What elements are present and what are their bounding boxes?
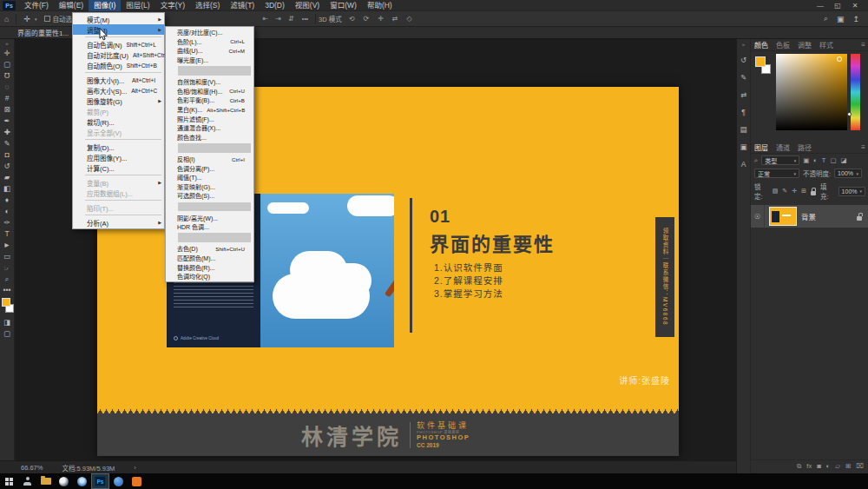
search-icon[interactable]: ⌕ [824, 14, 828, 23]
tool-button[interactable]: ▢ [0, 59, 15, 70]
menu-item[interactable] [178, 143, 251, 153]
menu-item[interactable]: 亮度/对比度(C)... [166, 28, 253, 37]
mode-icon[interactable]: ◇ [407, 15, 412, 23]
more-options-icon[interactable]: ••• [298, 16, 312, 22]
foreground-color-swatch[interactable] [755, 56, 766, 67]
menu-item[interactable]: 应用数据组(L)... [73, 188, 164, 198]
layer-search-icon[interactable]: ⌕ [754, 156, 758, 165]
taskbar-video-app-icon[interactable] [128, 473, 146, 489]
menu-item[interactable]: 曲线(U)... Ctrl+M [166, 46, 253, 56]
screen-mode-button[interactable]: ▢ [0, 328, 15, 340]
panel-tab[interactable]: 样式 [819, 40, 833, 50]
menu-title[interactable]: 文字(Y) [155, 0, 190, 11]
menu-item[interactable] [85, 36, 161, 37]
lock-all-icon[interactable] [811, 188, 817, 195]
tool-button[interactable]: ℧ [0, 70, 15, 82]
panel-tab[interactable]: 通道 [776, 142, 790, 152]
menu-item[interactable] [178, 202, 251, 212]
panel-tab[interactable]: 调整 [798, 40, 812, 50]
taskbar-browser-icon[interactable] [55, 473, 73, 489]
layer-row-background[interactable]: ☉ 背景 [751, 205, 868, 228]
layer-filter-icon[interactable]: ▢ [830, 156, 836, 164]
menu-item[interactable]: 裁剪(P) [73, 106, 164, 116]
menu-item[interactable] [85, 215, 161, 215]
tool-button[interactable]: ••• [0, 285, 15, 296]
menu-item[interactable]: 颜色查找... [166, 133, 253, 142]
menu-item[interactable]: 阈值(T)... [166, 173, 253, 182]
panel-icon[interactable]: ✎ [740, 69, 746, 87]
layers-footer-icon[interactable]: ⊞ [845, 462, 851, 470]
menu-item[interactable]: 色调分离(P)... [166, 163, 253, 173]
menu-item[interactable]: 自动对比度(U) Alt+Shift+Ctrl+L [73, 50, 164, 60]
home-icon[interactable]: ⌂ [0, 15, 13, 23]
hue-slider[interactable] [851, 54, 860, 130]
tool-button[interactable]: ▭ [0, 251, 15, 262]
menu-item[interactable]: 复制(D)... [73, 142, 164, 152]
menu-item[interactable]: 显示全部(V) [73, 127, 164, 137]
menu-item[interactable]: 调整(J) ▶ [73, 24, 164, 35]
layers-footer-icon[interactable]: fx [806, 462, 812, 470]
menu-item[interactable]: 变量(B) ▶ [73, 177, 164, 188]
tool-button[interactable]: ► [0, 240, 15, 251]
layers-footer-icon[interactable]: ⧉ [797, 462, 801, 471]
menu-title[interactable]: 窗口(W) [325, 0, 362, 11]
taskbar-photoshop-icon[interactable]: Ps [91, 473, 109, 489]
menu-item[interactable]: 自动颜色(O) Shift+Ctrl+B [73, 60, 164, 70]
menu-title[interactable]: 滤镜(T) [225, 0, 260, 11]
layer-filter-dropdown[interactable]: 类型 ▾ [761, 155, 799, 165]
taskbar-qq-browser-icon[interactable] [73, 473, 91, 489]
tool-button[interactable]: ◧ [0, 183, 15, 195]
close-button[interactable]: ✕ [849, 2, 861, 10]
menu-item[interactable] [178, 233, 251, 242]
menu-item[interactable]: 裁切(R)... [73, 116, 164, 127]
tool-button[interactable]: ◘ [0, 149, 15, 161]
lock-option-icon[interactable]: ▨ [773, 188, 779, 195]
menu-title[interactable]: 帮助(H) [362, 0, 398, 11]
menu-item[interactable]: 分析(A) ▶ [73, 217, 164, 228]
tool-button[interactable]: ↺ [0, 161, 15, 172]
menu-item[interactable]: 色阶(L)... Ctrl+L [166, 37, 253, 47]
menu-title[interactable]: 选择(S) [190, 0, 225, 11]
menu-item[interactable]: 陷印(T)... [73, 202, 164, 213]
panel-tab[interactable]: 路径 [798, 142, 812, 152]
saturation-brightness-field[interactable] [776, 54, 847, 130]
tool-button[interactable]: ☞ [0, 262, 15, 274]
align-icon[interactable]: ⇵ [288, 15, 294, 23]
panel-icon[interactable]: ↺ [740, 52, 746, 69]
tool-button[interactable]: ▰ [0, 172, 15, 183]
tool-button[interactable]: ◌ [0, 82, 15, 93]
panel-icon[interactable]: ⇄ [740, 87, 746, 104]
menu-item[interactable]: 计算(C)... [73, 162, 164, 173]
tool-button[interactable]: T [0, 228, 15, 240]
collapse-panels-icon[interactable]: » [742, 42, 745, 47]
restore-button[interactable]: ◱ [832, 2, 844, 10]
menu-item[interactable]: 去色(D) Shift+Ctrl+U [166, 244, 253, 254]
menu-title[interactable]: 图像(I) [89, 0, 121, 11]
tool-button[interactable]: ⌕ [0, 274, 15, 285]
menu-item[interactable]: 图像旋转(G) ▶ [73, 96, 164, 106]
opacity-input[interactable]: 100% ▾ [834, 169, 862, 178]
move-tool-icon[interactable]: ✛ [19, 15, 35, 23]
layers-footer-icon[interactable]: ⌧ [856, 462, 864, 470]
tool-button[interactable]: ✎ [0, 138, 15, 149]
status-expand-icon[interactable]: › [134, 464, 136, 472]
tool-button[interactable]: ✒ [0, 116, 15, 127]
menu-title[interactable]: 3D(D) [260, 0, 290, 11]
menu-item[interactable]: 自然饱和度(V)... [166, 77, 253, 87]
tool-button[interactable]: # [0, 93, 15, 104]
taskbar-user-icon[interactable] [18, 473, 36, 489]
panel-menu-icon[interactable]: ≡ [861, 41, 865, 49]
menu-item[interactable]: 图像大小(I)... Alt+Ctrl+I [73, 75, 164, 85]
fill-input[interactable]: 100% ▾ [838, 187, 865, 196]
menu-item[interactable]: 阴影/高光(W)... [166, 213, 253, 222]
menu-title[interactable]: 视图(V) [290, 0, 325, 11]
panel-icon[interactable]: ▣ [740, 139, 746, 156]
menu-item[interactable]: 可选颜色(S)... [166, 191, 253, 201]
layer-filter-icon[interactable]: ◐ [813, 156, 818, 164]
share-icon[interactable]: ↥ [852, 15, 859, 23]
quick-mask-button[interactable]: ◨ [0, 317, 15, 328]
auto-select-checkbox[interactable] [44, 16, 50, 22]
menu-item[interactable]: 曝光度(E)... [166, 56, 253, 65]
layer-thumbnail[interactable] [769, 207, 797, 226]
hue-slider-marker[interactable] [847, 112, 852, 116]
